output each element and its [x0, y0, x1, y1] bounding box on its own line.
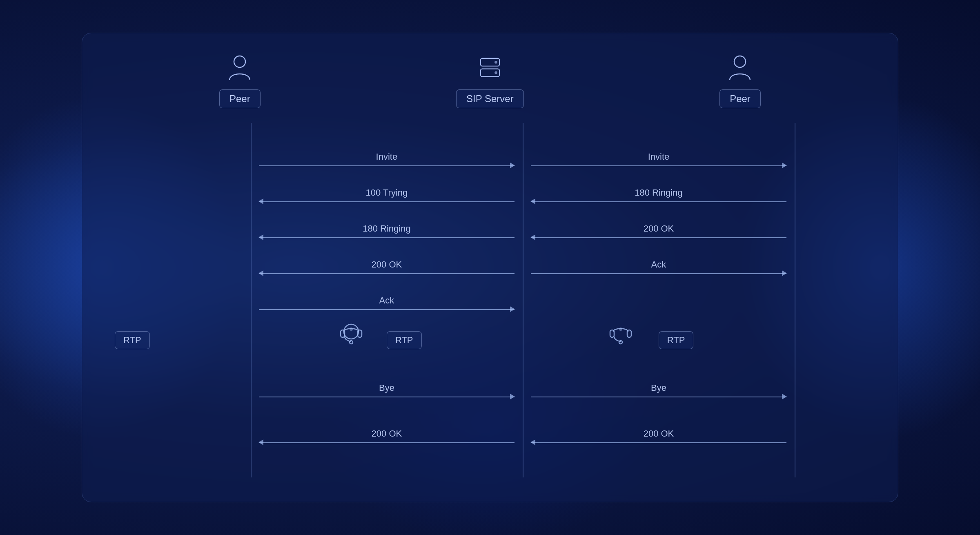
- svg-point-14: [619, 328, 622, 331]
- svg-point-5: [734, 56, 746, 67]
- left-invite-arrow: [259, 165, 514, 166]
- bye-left-msg: Bye: [259, 383, 514, 397]
- 200ok-left-arrow: [259, 273, 514, 274]
- bye-left-label: Bye: [259, 383, 514, 393]
- right-invite-arrow: [531, 165, 786, 166]
- diagram-container: Peer SIP Server Peer: [82, 33, 898, 502]
- left-invite-msg: Invite: [259, 152, 514, 166]
- svg-point-0: [234, 56, 245, 67]
- 200ok-right-arrow: [531, 237, 786, 238]
- svg-point-3: [494, 61, 497, 64]
- sip-server-actor: SIP Server: [365, 54, 615, 108]
- left-peer-label: Peer: [219, 89, 261, 108]
- rtp-badge-right: RTP: [659, 331, 694, 349]
- 100trying-msg: 100 Trying: [259, 187, 514, 202]
- headset-icon-right: [604, 317, 637, 350]
- ack-right-arrow: [531, 273, 786, 274]
- center-lifeline: [523, 123, 523, 477]
- rtp-badge-center: RTP: [387, 331, 422, 349]
- svg-point-10: [350, 328, 353, 331]
- 180ringing-right-arrow: [531, 201, 786, 202]
- 100trying-arrow: [259, 201, 514, 202]
- 200ok-bye-right-msg: 200 OK: [531, 428, 786, 443]
- right-peer-label: Peer: [719, 89, 761, 108]
- ack-left-msg: Ack: [259, 295, 514, 310]
- 180ringing-left-arrow: [259, 237, 514, 238]
- bye-right-label: Bye: [531, 383, 786, 393]
- ack-right-label: Ack: [531, 259, 786, 270]
- svg-rect-12: [627, 330, 631, 337]
- 200ok-left-msg: 200 OK: [259, 259, 514, 274]
- bye-right-msg: Bye: [531, 383, 786, 397]
- left-peer-icon: [227, 54, 252, 84]
- left-invite-label: Invite: [259, 152, 514, 162]
- svg-point-9: [350, 341, 353, 344]
- bye-right-arrow: [531, 397, 786, 397]
- right-peer-icon: [728, 54, 752, 84]
- 100trying-label: 100 Trying: [259, 187, 514, 198]
- svg-point-6: [344, 324, 359, 339]
- rtp-badge-left: RTP: [115, 331, 150, 349]
- 180ringing-right-label: 180 Ringing: [531, 187, 786, 198]
- 180ringing-left-label: 180 Ringing: [259, 223, 514, 234]
- 200ok-left-label: 200 OK: [259, 259, 514, 270]
- bye-left-arrow: [259, 397, 514, 397]
- right-peer-actor: Peer: [615, 54, 865, 108]
- right-invite-msg: Invite: [531, 152, 786, 166]
- rtp-label-center: RTP: [387, 331, 422, 349]
- 200ok-right-label: 200 OK: [531, 223, 786, 234]
- svg-rect-1: [481, 58, 499, 66]
- 200ok-bye-left-label: 200 OK: [259, 428, 514, 439]
- sip-server-label: SIP Server: [456, 89, 524, 108]
- right-lifeline: [795, 123, 795, 477]
- 180ringing-right-msg: 180 Ringing: [531, 187, 786, 202]
- svg-rect-11: [610, 330, 614, 337]
- svg-rect-2: [481, 69, 499, 77]
- 200ok-bye-right-arrow: [531, 442, 786, 443]
- rtp-label-left: RTP: [115, 331, 150, 349]
- ack-right-msg: Ack: [531, 259, 786, 274]
- rtp-label-right: RTP: [659, 331, 694, 349]
- left-peer-actor: Peer: [115, 54, 365, 108]
- 180ringing-left-msg: 180 Ringing: [259, 223, 514, 238]
- ack-left-label: Ack: [259, 295, 514, 306]
- right-invite-label: Invite: [531, 152, 786, 162]
- left-lifeline: [251, 123, 252, 477]
- ack-left-arrow: [259, 309, 514, 310]
- 200ok-right-msg: 200 OK: [531, 223, 786, 238]
- 200ok-bye-right-label: 200 OK: [531, 428, 786, 439]
- svg-point-4: [494, 71, 497, 74]
- 200ok-bye-left-msg: 200 OK: [259, 428, 514, 443]
- sip-server-icon: [478, 54, 502, 84]
- 200ok-bye-left-arrow: [259, 442, 514, 443]
- svg-point-13: [619, 341, 622, 344]
- headset-icon-left: [335, 317, 368, 350]
